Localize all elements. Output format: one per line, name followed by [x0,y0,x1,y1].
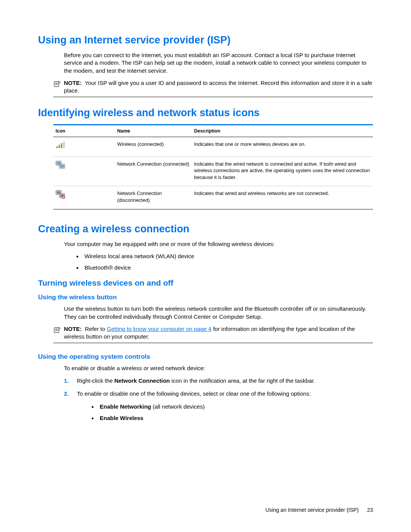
cell-desc: Indicates that wired and wireless networ… [192,186,373,209]
note-isp-text: Your ISP will give you a user ID and pas… [64,80,372,94]
steps-list: Right-click the Network Connection icon … [64,377,373,398]
footer-title: Using an Internet service provider (ISP) [265,507,358,513]
wireless-signal-icon [56,145,65,150]
svg-rect-4 [56,146,58,148]
paragraph-wireless-button: Use the wireless button to turn both the… [64,305,373,321]
network-disconnected-icon [56,195,65,200]
list-item: Wireless local area network (WLAN) devic… [76,252,373,260]
note-text-before: Refer to [85,326,107,332]
cell-desc: Indicates that the wired network is conn… [192,157,373,186]
note-isp: NOTE: Your ISP will give you a user ID a… [53,79,373,97]
devices-list: Wireless local area network (WLAN) devic… [76,252,373,272]
th-desc: Description [192,125,373,137]
step-1: Right-click the Network Connection icon … [64,377,373,385]
cell-name: Wireless (connected) [115,137,192,157]
heading-wireless-button: Using the wireless button [38,294,373,301]
heading-identify: Identifying wireless and network status … [38,107,373,119]
table-row: Wireless (connected) Indicates that one … [53,137,373,157]
th-name: Name [115,125,192,137]
svg-rect-11 [60,165,64,168]
list-item: Enable Networking (all network devices) [91,403,373,411]
step-2: To enable or disable one of the followin… [64,390,373,398]
cell-name: Network Connection (disconnected) [115,186,192,209]
note-wireless: NOTE: Refer to Getting to know your comp… [53,325,373,343]
heading-create: Creating a wireless connection [38,223,373,235]
th-icon: Icon [53,125,115,137]
heading-turning: Turning wireless devices on and off [38,278,373,288]
note-icon [53,80,62,88]
cell-name: Network Connection (connected) [115,157,192,186]
heading-isp: Using an Internet service provider (ISP) [38,34,373,46]
svg-rect-6 [61,143,62,148]
list-item: Enable Wireless [91,414,373,422]
svg-rect-0 [54,81,59,86]
note-label: NOTE: [64,326,82,332]
note-label: NOTE: [64,80,82,86]
table-row: Network Connection (connected) Indicates… [53,157,373,186]
options-list: Enable Networking (all network devices) … [91,403,373,422]
table-row: Network Connection (disconnected) Indica… [53,186,373,209]
cell-desc: Indicates that one or more wireless devi… [192,137,373,157]
status-icons-table: Icon Name Description Wire [53,124,373,209]
heading-os-controls: Using the operating system controls [38,353,373,361]
paragraph-os-intro: To enable or disable a wireless or wired… [64,364,373,372]
paragraph-isp-intro: Before you can connect to the Internet, … [64,51,373,75]
svg-rect-19 [54,328,59,332]
svg-rect-7 [63,142,65,148]
svg-rect-5 [59,145,60,148]
network-connected-icon [56,165,65,171]
note-icon [53,326,62,334]
page-footer: Using an Internet service provider (ISP)… [265,507,373,513]
list-item: Bluetooth® device [76,264,373,272]
footer-page-number: 23 [367,507,373,513]
paragraph-devices-intro: Your computer may be equipped with one o… [64,240,373,248]
link-getting-to-know[interactable]: Getting to know your computer on page 4 [107,326,212,332]
